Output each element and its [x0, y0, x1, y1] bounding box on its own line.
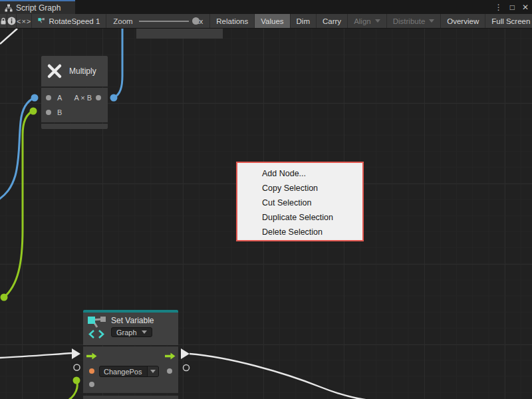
menu-item-delete-selection[interactable]: Delete Selection [237, 225, 362, 239]
chevron-down-icon [429, 19, 434, 23]
graph-icon [5, 4, 13, 12]
input-port-a[interactable] [46, 95, 51, 100]
toolbar-button-distribute[interactable]: Distribute [387, 14, 442, 28]
breadcrumb-label: RotateSpeed 1 [49, 17, 100, 25]
context-menu: Add Node... Copy Selection Cut Selection… [236, 162, 364, 241]
close-button[interactable]: ✕ [522, 3, 529, 12]
lock-icon [0, 17, 7, 25]
value-input-port-2[interactable] [89, 382, 94, 387]
value-input-port[interactable] [89, 368, 94, 374]
node-title: Multiply [69, 66, 96, 76]
variable-dropdown-button[interactable] [147, 366, 158, 376]
maximize-button[interactable]: □ [510, 3, 515, 12]
breadcrumb[interactable]: RotateSpeed 1 [32, 14, 106, 28]
multiply-icon [46, 63, 63, 80]
inspect-button[interactable] [7, 14, 17, 28]
node-title: Set Variable [111, 316, 154, 325]
multiply-node-header[interactable]: Multiply [41, 56, 108, 86]
toolbar-button-dim[interactable]: Dim [291, 14, 317, 28]
toolbar-button-full-screen[interactable]: Full Screen [485, 14, 532, 28]
variable-name-dropdown[interactable]: ChangePos [99, 366, 159, 377]
window-controls: ⋮ □ ✕ [495, 0, 529, 14]
window-menu-button[interactable]: ⋮ [495, 3, 503, 12]
edit-source-button[interactable]: <×> [17, 14, 32, 28]
port-label-b: B [57, 108, 62, 116]
multiply-node-body: A A × B B [41, 88, 108, 122]
partial-node[interactable] [136, 28, 223, 39]
output-port[interactable] [96, 95, 101, 100]
scope-dropdown-value: Graph [116, 329, 137, 336]
port-label-output: A × B [74, 94, 92, 102]
flow-input-arrow-icon[interactable] [86, 352, 97, 360]
variable-icon [38, 17, 45, 25]
info-icon [7, 17, 16, 25]
tab-label: Script Graph [16, 3, 61, 13]
toolbar-button-values[interactable]: Values [255, 14, 290, 28]
set-variable-node[interactable]: Set Variable Graph ChangePos [83, 310, 178, 399]
toolbar-button-overview[interactable]: Overview [441, 14, 485, 28]
set-variable-icon [87, 316, 107, 338]
menu-item-copy-selection[interactable]: Copy Selection [237, 181, 362, 196]
variable-scope-dropdown[interactable]: Graph [111, 327, 152, 337]
port-label-a: A [57, 94, 62, 102]
zoom-slider[interactable] [139, 17, 189, 26]
tab-bar: Script Graph ⋮ □ ✕ [0, 0, 532, 14]
zoom-slider-track [139, 21, 189, 22]
port-row: B [41, 105, 108, 120]
set-variable-node-header[interactable]: Set Variable Graph [83, 313, 178, 345]
tab-script-graph[interactable]: Script Graph [0, 0, 75, 14]
chevron-down-icon [375, 19, 380, 23]
chevron-down-icon [150, 370, 156, 373]
input-port-b[interactable] [46, 110, 51, 115]
flow-output-arrow-icon[interactable] [165, 352, 176, 360]
port-row: A A × B [41, 90, 108, 105]
value-output-port[interactable] [167, 368, 172, 374]
set-variable-node-footer [83, 396, 178, 399]
multiply-node[interactable]: Multiply A A × B B [41, 56, 108, 129]
code-icon: <×> [17, 17, 31, 25]
zoom-label: Zoom [113, 17, 132, 25]
variable-dropdown-value: ChangePos [100, 368, 147, 376]
set-variable-node-body: ChangePos [83, 346, 178, 393]
chevron-down-icon [142, 331, 147, 334]
toolbar-button-carry[interactable]: Carry [317, 14, 348, 28]
menu-item-duplicate-selection[interactable]: Duplicate Selection [237, 210, 362, 225]
toolbar: <×> RotateSpeed 1 Zoom 1x Relations Valu… [0, 14, 532, 29]
zoom-slider-handle[interactable] [192, 17, 200, 25]
zoom-control: Zoom 1x [106, 14, 210, 28]
menu-item-add-node[interactable]: Add Node... [237, 166, 362, 181]
multiply-node-footer [41, 124, 108, 129]
toolbar-button-align[interactable]: Align [348, 14, 387, 28]
menu-item-cut-selection[interactable]: Cut Selection [237, 196, 362, 210]
lock-button[interactable] [0, 14, 7, 28]
toolbar-button-relations[interactable]: Relations [210, 14, 255, 28]
